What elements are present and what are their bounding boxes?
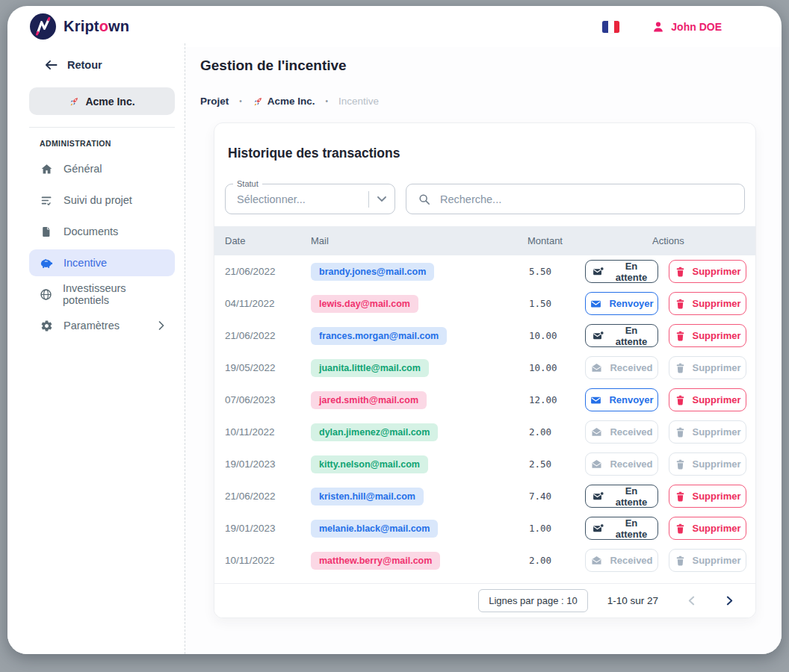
pending-button[interactable]: En attente xyxy=(585,324,658,347)
email-badge: jared.smith@mail.com xyxy=(311,391,427,409)
next-page-button[interactable] xyxy=(725,594,734,607)
row-actions: En attente Supprimer xyxy=(585,324,755,347)
trash-icon xyxy=(675,426,686,438)
table-header: Date Mail Montant Actions xyxy=(214,226,755,255)
resend-button[interactable]: Renvoyer xyxy=(585,388,658,411)
back-label: Retour xyxy=(67,59,102,71)
pending-button[interactable]: En attente xyxy=(585,517,658,540)
breadcrumb: Projet • Acme Inc. • Incentive xyxy=(200,96,782,107)
piggy-bank-icon xyxy=(40,256,53,270)
row-actions: Received Supprimer xyxy=(585,356,755,379)
search-input[interactable] xyxy=(440,193,744,205)
row-actions: Renvoyer Supprimer xyxy=(585,388,755,411)
column-header-mail: Mail xyxy=(311,235,520,246)
email-badge: melanie.black@mail.com xyxy=(311,520,438,538)
filters-row: Statut Sélectionner... xyxy=(225,184,745,214)
trash-icon xyxy=(675,555,686,567)
project-button[interactable]: Acme Inc. xyxy=(29,87,175,115)
sidebar-item-suivi-du-projet[interactable]: Suivi du projet xyxy=(29,187,175,214)
row-date: 07/06/2023 xyxy=(225,394,311,405)
brand-name: Kriptown xyxy=(64,18,129,35)
mail-unread-icon xyxy=(592,523,604,535)
row-date: 04/11/2022 xyxy=(225,298,311,309)
brand-logo[interactable]: Kriptown xyxy=(30,13,129,40)
row-actions: Received Supprimer xyxy=(585,549,755,572)
row-montant: 2.50 xyxy=(520,458,585,470)
table-row: 07/06/2023 jared.smith@mail.com 12.00 Re… xyxy=(214,384,755,416)
delete-button: Supprimer xyxy=(669,452,746,476)
delete-button: Supprimer xyxy=(669,356,746,379)
received-button: Received xyxy=(585,356,658,379)
received-button: Received xyxy=(585,549,658,572)
column-header-date: Date xyxy=(225,235,311,246)
pending-button[interactable]: En attente xyxy=(585,485,658,508)
row-date: 19/05/2022 xyxy=(225,362,311,373)
breadcrumb-separator: • xyxy=(326,97,329,105)
mail-send-icon xyxy=(590,394,602,406)
user-menu[interactable]: John DOE xyxy=(652,21,722,33)
statut-select[interactable]: Statut Sélectionner... xyxy=(225,184,395,214)
row-montant: 2.00 xyxy=(520,555,585,566)
row-montant: 1.50 xyxy=(520,298,585,309)
app-window: Kriptown John DOE Retour xyxy=(7,6,782,654)
sidebar-item-investisseurs-potentiels[interactable]: Investisseurs potentiels xyxy=(29,281,175,308)
mail-unread-icon xyxy=(592,330,604,342)
table-row: 10/11/2022 dylan.jimenez@mail.com 2.00 R… xyxy=(214,416,755,448)
sidebar-item-incentive[interactable]: Incentive xyxy=(29,249,175,276)
trash-icon xyxy=(675,458,686,470)
pending-button[interactable]: En attente xyxy=(585,260,658,283)
sidebar-item-label: Suivi du projet xyxy=(64,194,132,206)
delete-button[interactable]: Supprimer xyxy=(669,324,746,347)
breadcrumb-acme[interactable]: Acme Inc. xyxy=(253,96,315,107)
row-date: 19/01/2023 xyxy=(225,458,311,470)
row-montant: 1.00 xyxy=(520,523,585,534)
project-tracking-icon xyxy=(40,193,53,207)
mail-unread-icon xyxy=(592,491,604,503)
row-montant: 10.00 xyxy=(520,330,585,341)
row-date: 21/06/2022 xyxy=(225,491,311,502)
table-row: 19/01/2023 kitty.nelson@mail.com 2.50 Re… xyxy=(214,448,755,480)
sidebar-item-parametres[interactable]: Paramètres xyxy=(29,312,175,339)
row-actions: Received Supprimer xyxy=(585,420,755,444)
table-body: 21/06/2022 brandy.jones@mail.com 5.50 En… xyxy=(214,255,755,576)
sidebar-item-label: Paramètres xyxy=(64,320,120,332)
received-button: Received xyxy=(585,420,658,444)
breadcrumb-projet[interactable]: Projet xyxy=(200,96,229,107)
rocket-icon xyxy=(69,96,79,107)
mail-send-icon xyxy=(590,298,602,310)
table-row: 21/06/2022 frances.morgan@mail.com 10.00… xyxy=(214,320,755,352)
row-montant: 10.00 xyxy=(520,362,585,373)
main-content: Gestion de l'incentive Projet • Acme Inc… xyxy=(185,47,782,654)
arrow-left-icon xyxy=(45,60,58,70)
table-row: 21/06/2022 brandy.jones@mail.com 5.50 En… xyxy=(214,255,755,287)
delete-button[interactable]: Supprimer xyxy=(669,388,746,411)
delete-button[interactable]: Supprimer xyxy=(669,260,746,283)
divider xyxy=(29,127,175,128)
delete-button[interactable]: Supprimer xyxy=(669,292,746,315)
row-actions: Received Supprimer xyxy=(585,452,755,476)
language-flag-icon[interactable] xyxy=(602,21,619,33)
sidebar-nav: Général Suivi du projet Documents xyxy=(7,155,185,339)
delete-button[interactable]: Supprimer xyxy=(669,485,746,508)
mail-open-icon xyxy=(590,362,603,374)
person-icon xyxy=(652,21,664,33)
delete-button: Supprimer xyxy=(669,549,746,572)
row-actions: En attente Supprimer xyxy=(585,260,755,283)
topbar: Kriptown John DOE xyxy=(7,6,782,47)
email-badge: brandy.jones@mail.com xyxy=(311,263,434,281)
email-badge: juanita.little@mail.com xyxy=(311,359,429,377)
back-button[interactable]: Retour xyxy=(45,59,185,71)
pagination-range: 1-10 sur 27 xyxy=(607,595,658,606)
received-button: Received xyxy=(585,452,658,476)
sidebar-item-general[interactable]: Général xyxy=(29,155,175,182)
row-montant: 2.00 xyxy=(520,426,585,438)
resend-button[interactable]: Renvoyer xyxy=(585,292,658,315)
sidebar-item-documents[interactable]: Documents xyxy=(29,218,175,245)
row-montant: 12.00 xyxy=(520,394,585,405)
delete-button[interactable]: Supprimer xyxy=(669,517,746,540)
email-badge: frances.morgan@mail.com xyxy=(311,327,447,345)
rows-per-page-select[interactable]: Lignes par page : 10 xyxy=(478,589,588,612)
chevron-right-icon xyxy=(158,321,164,330)
breadcrumb-incentive: Incentive xyxy=(338,96,379,107)
email-badge: kitty.nelson@mail.com xyxy=(311,455,428,473)
